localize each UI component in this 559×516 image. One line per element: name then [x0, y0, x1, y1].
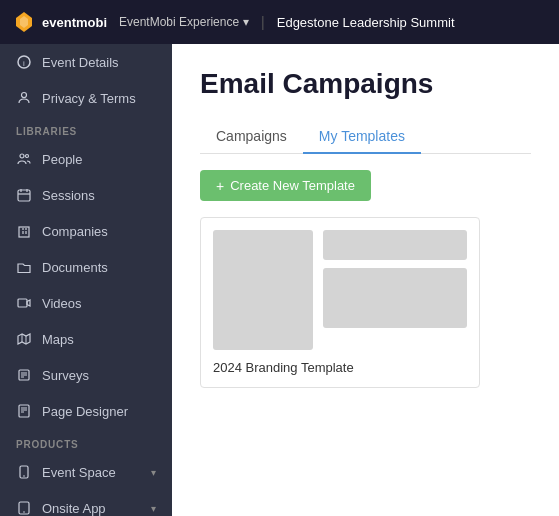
top-nav: eventmobi EventMobi Experience ▾ | Edges… — [0, 0, 559, 44]
sidebar-item-label: Videos — [42, 296, 82, 311]
video-icon — [16, 295, 32, 311]
preview-left-block — [213, 230, 313, 350]
sidebar-item-label: Surveys — [42, 368, 89, 383]
building-icon — [16, 223, 32, 239]
survey-icon — [16, 367, 32, 383]
page-title: Email Campaigns — [200, 68, 531, 100]
nav-event-name: Edgestone Leadership Summit — [277, 15, 455, 30]
nav-dropdown-chevron-icon: ▾ — [243, 15, 249, 29]
sidebar-item-sessions[interactable]: Sessions — [0, 177, 172, 213]
sidebar-item-videos[interactable]: Videos — [0, 285, 172, 321]
nav-dropdown[interactable]: EventMobi Experience ▾ — [119, 15, 249, 29]
svg-point-28 — [23, 475, 25, 477]
folder-icon — [16, 259, 32, 275]
svg-rect-16 — [18, 299, 27, 307]
sidebar-item-people[interactable]: People — [0, 141, 172, 177]
svg-rect-14 — [22, 228, 24, 230]
sidebar-item-event-details[interactable]: i Event Details — [0, 44, 172, 80]
sidebar-item-label: Privacy & Terms — [42, 91, 136, 106]
svg-rect-13 — [25, 231, 27, 234]
svg-rect-23 — [19, 405, 29, 417]
page-designer-icon — [16, 403, 32, 419]
tab-campaigns[interactable]: Campaigns — [200, 120, 303, 154]
preview-right-blocks — [323, 230, 467, 350]
person-icon — [16, 90, 32, 106]
svg-rect-7 — [18, 190, 30, 201]
products-section-label: PRODUCTS — [0, 429, 172, 454]
tablet-icon — [16, 500, 32, 516]
sidebar-item-label: Documents — [42, 260, 108, 275]
chevron-down-icon: ▾ — [151, 503, 156, 514]
sidebar-item-onsite-app[interactable]: Onsite App ▾ — [0, 490, 172, 516]
brand-name: eventmobi — [42, 15, 107, 30]
sidebar-item-label: Event Space — [42, 465, 116, 480]
svg-point-5 — [20, 154, 24, 158]
template-preview — [213, 230, 467, 350]
main-content: Email Campaigns Campaigns My Templates +… — [172, 44, 559, 516]
info-icon: i — [16, 54, 32, 70]
svg-point-30 — [23, 511, 25, 513]
brand: eventmobi — [12, 10, 107, 34]
brand-logo-icon — [12, 10, 36, 34]
sidebar-item-label: Companies — [42, 224, 108, 239]
sidebar-item-label: Maps — [42, 332, 74, 347]
people-icon — [16, 151, 32, 167]
sidebar-item-page-designer[interactable]: Page Designer — [0, 393, 172, 429]
preview-top-block — [323, 230, 467, 260]
sidebar-item-companies[interactable]: Companies — [0, 213, 172, 249]
sidebar-item-event-space-left: Event Space — [16, 464, 116, 480]
svg-point-6 — [26, 155, 29, 158]
sidebar-item-label: Page Designer — [42, 404, 128, 419]
svg-text:i: i — [23, 59, 25, 68]
nav-separator: | — [261, 14, 265, 30]
sidebar-item-surveys[interactable]: Surveys — [0, 357, 172, 393]
create-button-label: Create New Template — [230, 178, 355, 193]
layout: i Event Details Privacy & Terms LIBRARIE… — [0, 44, 559, 516]
create-new-template-button[interactable]: + Create New Template — [200, 170, 371, 201]
map-icon — [16, 331, 32, 347]
sidebar: i Event Details Privacy & Terms LIBRARIE… — [0, 44, 172, 516]
template-card[interactable]: 2024 Branding Template — [200, 217, 480, 388]
svg-point-4 — [22, 93, 27, 98]
preview-bottom-block — [323, 268, 467, 328]
sidebar-item-event-space[interactable]: Event Space ▾ — [0, 454, 172, 490]
template-name: 2024 Branding Template — [213, 360, 467, 375]
sidebar-item-label: Sessions — [42, 188, 95, 203]
sidebar-item-documents[interactable]: Documents — [0, 249, 172, 285]
sidebar-item-label: People — [42, 152, 82, 167]
svg-rect-15 — [25, 228, 27, 230]
svg-rect-12 — [22, 231, 24, 234]
plus-icon: + — [216, 179, 224, 193]
tab-my-templates[interactable]: My Templates — [303, 120, 421, 154]
tabs: Campaigns My Templates — [200, 120, 531, 154]
mobile-icon — [16, 464, 32, 480]
sidebar-item-privacy-terms[interactable]: Privacy & Terms — [0, 80, 172, 116]
sidebar-item-label: Onsite App — [42, 501, 106, 516]
calendar-icon — [16, 187, 32, 203]
chevron-down-icon: ▾ — [151, 467, 156, 478]
nav-dropdown-label: EventMobi Experience — [119, 15, 239, 29]
sidebar-item-onsite-app-left: Onsite App — [16, 500, 106, 516]
sidebar-item-maps[interactable]: Maps — [0, 321, 172, 357]
libraries-section-label: LIBRARIES — [0, 116, 172, 141]
sidebar-item-label: Event Details — [42, 55, 119, 70]
